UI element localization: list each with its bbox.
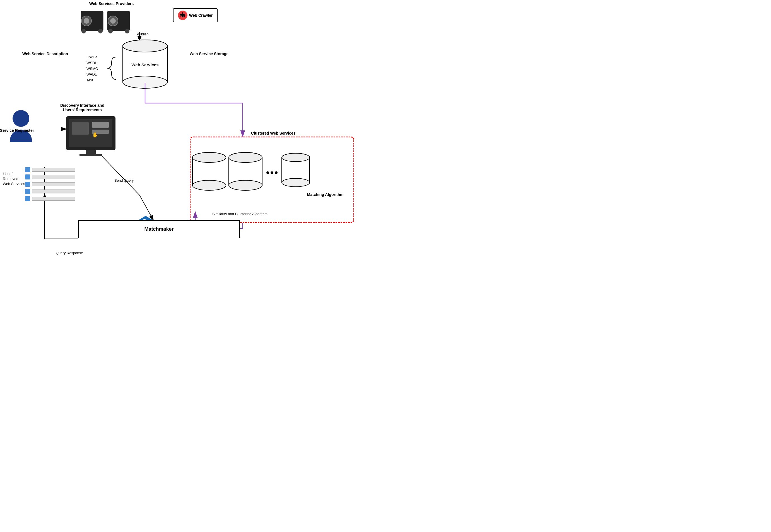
list-item [25,196,75,201]
send-query-label: Send Query [114,178,133,183]
cluster-area [190,137,354,223]
list-dot [25,167,30,172]
svg-rect-28 [92,130,109,134]
spider-icon: 🕷 [178,11,187,20]
svg-rect-27 [92,122,109,128]
svg-point-5 [84,18,89,24]
svg-rect-15 [123,46,167,82]
list-retrieved-label: List of Retrieved Web Services [3,171,25,187]
web-service-storage-label: Web Service Storage [190,52,229,56]
svg-point-14 [123,40,167,52]
diagram-container: { "title": "Web Service Discovery Archit… [0,0,386,266]
format-text: Text [86,77,98,83]
svg-rect-31 [79,154,102,156]
format-wadl: WADL [86,72,98,77]
list-dot [25,196,30,201]
svg-point-9 [81,29,86,33]
svg-point-16 [123,76,167,88]
svg-point-10 [98,29,103,33]
svg-rect-6 [107,11,130,31]
svg-rect-24 [66,116,115,150]
list-item [25,167,75,172]
discovery-interface-label: Discovery Interface andUsers' Requiremen… [59,103,106,112]
web-service-description-label: Web Service Description [22,52,68,56]
list-item [25,174,75,179]
list-dot [25,174,30,179]
list-dot [25,189,30,194]
list-panel [25,167,75,203]
matchmaker-box: Matchmaker [78,220,240,238]
list-bar [32,190,75,193]
svg-point-17 [123,40,167,52]
list-dot [25,182,30,187]
svg-line-32 [102,156,139,195]
web-crawler-label: Web Crawler [189,13,213,18]
matchmaker-label: Matchmaker [144,226,173,232]
svg-point-11 [108,29,113,33]
list-item [25,189,75,194]
svg-point-7 [108,16,118,26]
svg-rect-26 [72,122,89,135]
publish-label: Publish [137,32,149,36]
query-response-label: Query Response [56,251,83,255]
svg-point-8 [110,18,116,24]
format-wsmo: WSMO [86,66,98,72]
list-item [25,182,75,187]
list-bar [32,197,75,201]
service-requester-label: Service Requester [0,128,34,133]
description-formats-list: OWL-S WSDL WSMO WADL Text [86,54,98,83]
format-owls: OWL-S [86,54,98,60]
web-crawler-box: 🕷 Web Crawler [173,8,218,22]
svg-rect-3 [81,11,103,31]
svg-rect-25 [69,119,112,147]
svg-point-4 [81,16,91,26]
svg-point-22 [13,110,29,127]
list-bar [32,175,75,179]
svg-rect-30 [86,150,96,154]
svg-line-33 [139,195,153,220]
clustered-web-services-label: Clustered Web Services [251,131,295,135]
matching-algorithm-label: Matching Algorithm [293,192,358,197]
list-bar [32,182,75,186]
list-bar [32,168,75,172]
svg-point-12 [125,29,129,33]
web-services-providers-label: Web Services Providers [89,1,133,6]
svg-text:✋: ✋ [92,132,98,138]
svg-text:Web Services: Web Services [131,62,158,67]
format-wsdl: WSDL [86,60,98,66]
similarity-clustering-label: Similarity and Clustering Algorithm [201,212,279,216]
